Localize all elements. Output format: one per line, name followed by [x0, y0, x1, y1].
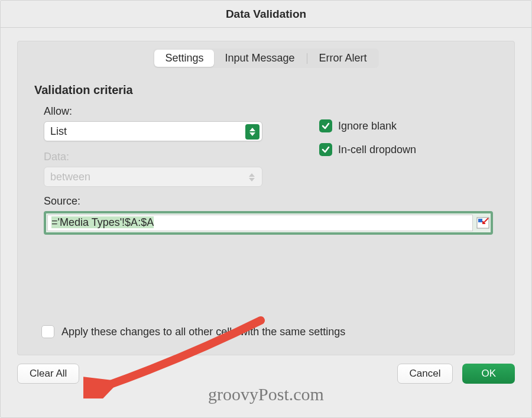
dialog-title: Data Validation: [226, 8, 306, 21]
tab-bar: Settings Input Message Error Alert: [32, 40, 500, 74]
in-cell-dropdown-label: In-cell dropdown: [338, 144, 416, 156]
data-label: Data:: [44, 151, 255, 163]
dialog-titlebar: Data Validation: [1, 1, 531, 28]
tab-error-alert[interactable]: Error Alert: [309, 50, 378, 67]
chevron-up-down-icon: [246, 170, 257, 184]
dialog-footer: Clear All Cancel OK: [1, 355, 531, 384]
data-validation-dialog: Data Validation Settings Input Message E…: [0, 0, 532, 418]
settings-panel: Settings Input Message Error Alert Valid…: [17, 41, 515, 355]
tab-settings[interactable]: Settings: [154, 50, 214, 67]
source-input[interactable]: ='Media Types'!$A:$A: [47, 215, 473, 231]
tab-separator: [307, 53, 307, 64]
cancel-button[interactable]: Cancel: [397, 364, 453, 384]
tab-input-message[interactable]: Input Message: [214, 50, 305, 67]
apply-all-checkbox[interactable]: Apply these changes to all other cells w…: [41, 325, 345, 338]
allow-label: Allow:: [44, 105, 255, 118]
range-picker-icon[interactable]: [476, 217, 489, 229]
allow-stepper-icon[interactable]: [245, 124, 259, 140]
source-input-wrap: ='Media Types'!$A:$A: [44, 211, 493, 235]
watermark-text: groovyPost.com: [208, 384, 324, 404]
checkbox-checked-icon: [319, 143, 332, 156]
checkbox-checked-icon: [319, 119, 332, 132]
source-label: Source:: [44, 195, 500, 208]
ok-button[interactable]: OK: [462, 364, 515, 384]
segmented-control: Settings Input Message Error Alert: [153, 48, 378, 68]
allow-select[interactable]: List: [44, 121, 262, 141]
svg-rect-1: [478, 219, 482, 222]
ignore-blank-label: Ignore blank: [338, 120, 397, 132]
checkbox-unchecked-icon: [41, 325, 54, 338]
source-value: ='Media Types'!$A:$A: [51, 216, 154, 228]
in-cell-dropdown-checkbox[interactable]: In-cell dropdown: [319, 143, 416, 156]
data-value: between: [50, 171, 90, 183]
clear-all-button[interactable]: Clear All: [17, 364, 79, 384]
dialog-content: Settings Input Message Error Alert Valid…: [1, 28, 531, 355]
data-select: between: [44, 167, 262, 187]
ignore-blank-checkbox[interactable]: Ignore blank: [319, 119, 416, 132]
apply-all-label: Apply these changes to all other cells w…: [61, 326, 345, 338]
allow-value: List: [50, 125, 67, 138]
validation-criteria-heading: Validation criteria: [34, 83, 500, 97]
